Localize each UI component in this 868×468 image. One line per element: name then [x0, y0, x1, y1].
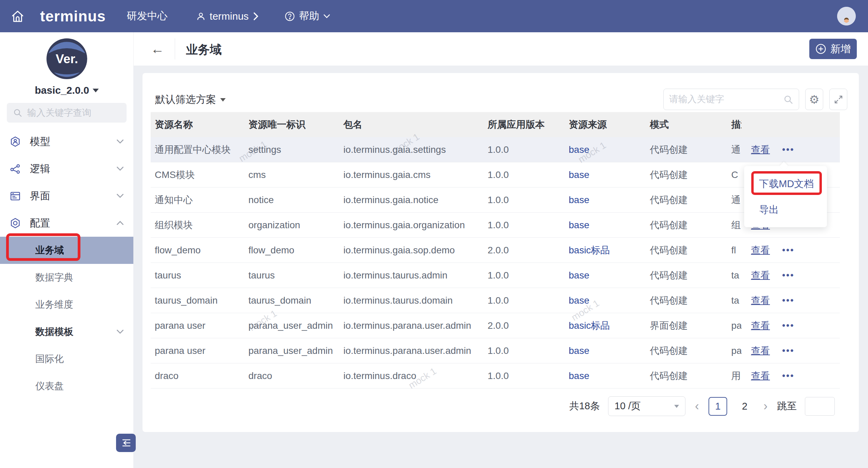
fullscreen-button[interactable]	[829, 89, 847, 110]
sidebar-item-logic[interactable]: 逻辑	[0, 155, 133, 182]
next-page-button[interactable]: ›	[762, 399, 769, 413]
prev-page-button[interactable]: ‹	[694, 399, 700, 413]
source-link[interactable]: base	[569, 345, 589, 356]
cell-mode: 代码创建	[646, 213, 727, 237]
cell-source: base	[565, 162, 646, 187]
search-icon	[13, 108, 22, 118]
table-row[interactable]: 通知中心 notice io.terminus.gaia.notice 1.0.…	[151, 187, 840, 213]
sidebar-item-data-template[interactable]: 数据模板	[0, 318, 133, 345]
column-settings-button[interactable]: ⚙	[805, 89, 823, 110]
cell-resource-key: draco	[244, 363, 339, 388]
cell-package: io.terminus.taurus.admin	[339, 263, 484, 288]
keyword-search-input[interactable]	[669, 94, 783, 105]
version-selector[interactable]: basic_2.0.0	[0, 85, 133, 96]
source-link[interactable]: basic标品	[569, 320, 610, 331]
more-actions-button[interactable]: •••	[782, 295, 794, 306]
table-row[interactable]: draco draco io.terminus.draco 1.0.0 base…	[151, 363, 840, 389]
tenant-switcher[interactable]: terminus	[196, 11, 259, 22]
tenant-name: terminus	[210, 11, 249, 22]
table-card: 默认筛选方案 ⚙ 资源名称 资源唯一标识 包名 所属应用版本 资	[143, 73, 859, 432]
collapse-sidebar-button[interactable]	[116, 434, 136, 452]
table-row[interactable]: CMS模块 cms io.terminus.gaia.cms 1.0.0 bas…	[151, 162, 840, 187]
more-actions-button[interactable]: •••	[782, 320, 794, 331]
filter-scheme-dropdown[interactable]: 默认筛选方案	[155, 93, 226, 107]
cell-resource-name: 通知中心	[151, 187, 244, 212]
sidebar-menu: 模型 逻辑 界面	[0, 128, 133, 400]
view-link[interactable]: 查看	[751, 294, 770, 307]
page-header: ← 业务域 新增	[134, 32, 868, 66]
chevron-down-icon	[116, 139, 124, 144]
cell-version: 1.0.0	[484, 187, 565, 212]
source-link[interactable]: base	[569, 270, 589, 281]
version-logo[interactable]: Ver.	[46, 38, 88, 80]
back-button[interactable]: ←	[149, 40, 166, 57]
table-row[interactable]: parana user parana_user_admin io.terminu…	[151, 313, 840, 338]
source-link[interactable]: base	[569, 371, 589, 381]
column-header: 所属应用版本	[484, 112, 565, 137]
sidebar-item-data-dictionary[interactable]: 数据字典	[0, 264, 133, 291]
table-row[interactable]: flow_demo flow_demo io.terminus.gaia.sop…	[151, 238, 840, 263]
home-icon[interactable]	[10, 9, 25, 24]
user-avatar[interactable]	[837, 7, 856, 25]
cell-mode: 代码创建	[646, 363, 727, 388]
export-menu-item[interactable]: 导出	[744, 197, 827, 222]
help-menu[interactable]: 帮助	[285, 9, 330, 23]
user-icon	[196, 12, 206, 21]
add-button[interactable]: 新增	[809, 39, 857, 59]
cell-mode: 代码创建	[646, 238, 727, 263]
table-row[interactable]: 组织模块 organization io.terminus.gaia.organ…	[151, 213, 840, 238]
view-link[interactable]: 查看	[751, 344, 770, 357]
cell-resource-key: taurus_domain	[244, 288, 339, 313]
pagination: 共18条 10 /页 ‹ 1 2 › 跳至	[569, 396, 835, 416]
cell-resource-name: draco	[151, 363, 244, 388]
more-actions-button[interactable]: •••	[782, 371, 794, 381]
view-link[interactable]: 查看	[751, 370, 770, 382]
page-number-2[interactable]: 2	[735, 397, 754, 416]
cell-resource-name: parana user	[151, 338, 244, 363]
source-link[interactable]: base	[569, 195, 589, 205]
top-navbar: terminus 研发中心 terminus 帮助	[0, 0, 868, 32]
sidebar-search-input[interactable]	[27, 108, 120, 118]
cell-source: base	[565, 187, 646, 212]
cell-version: 2.0.0	[484, 238, 565, 263]
more-actions-button[interactable]: •••	[782, 270, 794, 281]
view-link[interactable]: 查看	[751, 244, 770, 257]
terminus-logo[interactable]: terminus	[40, 8, 106, 25]
source-link[interactable]: base	[569, 169, 589, 180]
column-header: 模式	[646, 112, 727, 137]
more-actions-button[interactable]: •••	[782, 345, 794, 356]
source-link[interactable]: base	[569, 144, 589, 155]
page-number-1[interactable]: 1	[709, 397, 727, 416]
cell-source: base	[565, 137, 646, 162]
chevron-up-icon	[116, 221, 124, 226]
table-row[interactable]: parana user parana_user_admin io.terminu…	[151, 338, 840, 363]
cell-package: io.terminus.parana.user.admin	[339, 313, 484, 338]
sidebar-item-interface[interactable]: 界面	[0, 182, 133, 210]
sidebar-item-business-domain[interactable]: 业务域	[0, 237, 133, 264]
view-link[interactable]: 查看	[751, 143, 770, 156]
keyword-search	[663, 89, 799, 110]
sidebar-item-business-dimension[interactable]: 业务维度	[0, 291, 133, 318]
sidebar-item-config[interactable]: 配置	[0, 210, 133, 237]
sidebar-item-model[interactable]: 模型	[0, 128, 133, 155]
sidebar-item-label: 仪表盘	[35, 380, 64, 393]
question-circle-icon	[285, 11, 295, 21]
table-row[interactable]: taurus taurus io.terminus.taurus.admin 1…	[151, 263, 840, 288]
sidebar-item-dashboard[interactable]: 仪表盘	[0, 373, 133, 400]
source-link[interactable]: basic标品	[569, 245, 610, 255]
view-link[interactable]: 查看	[751, 319, 770, 332]
chevron-right-icon	[253, 12, 259, 21]
cell-package: io.terminus.gaia.sop.demo	[339, 238, 484, 263]
page-size-select[interactable]: 10 /页	[608, 396, 685, 416]
sidebar-item-label: 数据模板	[35, 325, 73, 338]
source-link[interactable]: base	[569, 295, 589, 306]
table-row[interactable]: taurus_domain taurus_domain io.terminus.…	[151, 288, 840, 313]
source-link[interactable]: base	[569, 220, 589, 230]
view-link[interactable]: 查看	[751, 269, 770, 282]
jump-to-page-input[interactable]	[805, 397, 835, 416]
more-actions-button[interactable]: •••	[782, 144, 794, 155]
more-actions-button[interactable]: •••	[782, 245, 794, 255]
sidebar-item-i18n[interactable]: 国际化	[0, 345, 133, 373]
table-row[interactable]: 通用配置中心模块 settings io.terminus.gaia.setti…	[151, 137, 840, 162]
download-md-menu-item[interactable]: 下载MD文档	[744, 171, 827, 197]
